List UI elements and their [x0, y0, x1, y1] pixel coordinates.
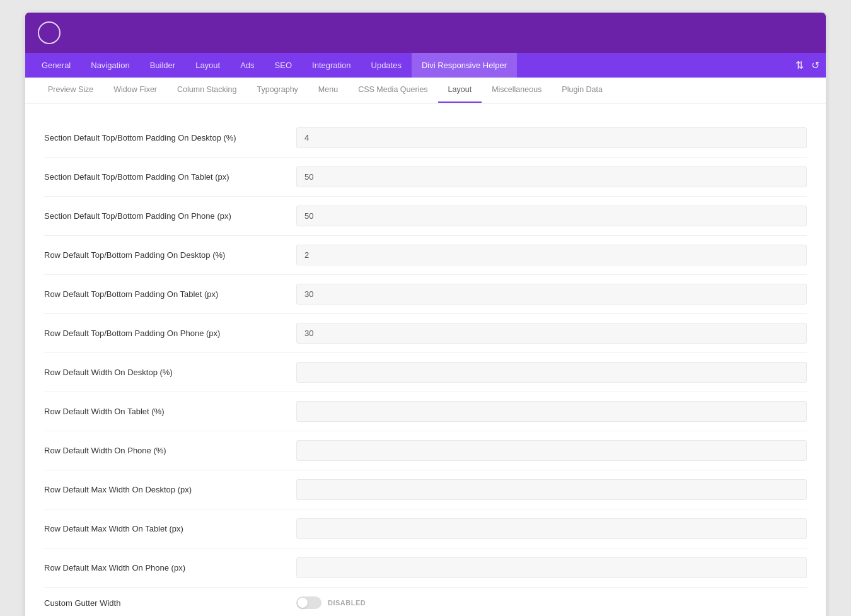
setting-input[interactable] — [296, 166, 807, 187]
settings-row: Row Default Max Width On Tablet (px) — [44, 509, 807, 549]
setting-label: Row Default Max Width On Desktop (px) — [44, 485, 296, 494]
setting-label: Custom Gutter Width — [44, 598, 296, 608]
setting-label: Row Default Width On Phone (%) — [44, 446, 296, 455]
settings-row: Row Default Width On Desktop (%) — [44, 353, 807, 392]
setting-input-wrap — [296, 479, 807, 500]
primary-nav-item-divi-responsive-helper[interactable]: Divi Responsive Helper — [412, 53, 517, 78]
setting-input[interactable] — [296, 440, 807, 461]
toggle-disabled-label: DISABLED — [328, 599, 366, 607]
settings-row: Row Default Top/Bottom Padding On Deskto… — [44, 236, 807, 275]
setting-input[interactable] — [296, 323, 807, 344]
sort-button[interactable]: ⇅ — [796, 59, 804, 71]
sub-tab-column-stacking[interactable]: Column Stacking — [167, 78, 247, 103]
setting-input-wrap: DISABLED — [296, 596, 807, 609]
app-container: GeneralNavigationBuilderLayoutAdsSEOInte… — [25, 13, 826, 616]
setting-input[interactable] — [296, 479, 807, 500]
settings-row: Row Default Max Width On Phone (px) — [44, 549, 807, 588]
setting-label: Row Default Width On Desktop (%) — [44, 368, 296, 377]
primary-nav-item-updates[interactable]: Updates — [361, 53, 412, 78]
setting-input[interactable] — [296, 557, 807, 578]
setting-input-wrap — [296, 206, 807, 226]
setting-input-wrap — [296, 557, 807, 578]
app-header — [25, 13, 826, 53]
sub-tab-plugin-data[interactable]: Plugin Data — [552, 78, 613, 103]
setting-label: Section Default Top/Bottom Padding On Ph… — [44, 211, 296, 221]
setting-input[interactable] — [296, 206, 807, 226]
secondary-nav: Preview SizeWidow FixerColumn StackingTy… — [25, 78, 826, 103]
setting-input-wrap — [296, 362, 807, 383]
setting-label: Row Default Width On Tablet (%) — [44, 407, 296, 416]
sub-tab-preview-size[interactable]: Preview Size — [38, 78, 103, 103]
sub-tab-menu[interactable]: Menu — [308, 78, 348, 103]
setting-label: Row Default Top/Bottom Padding On Deskto… — [44, 250, 296, 260]
primary-nav-item-integration[interactable]: Integration — [302, 53, 361, 78]
primary-nav-item-navigation[interactable]: Navigation — [81, 53, 139, 78]
setting-input[interactable] — [296, 362, 807, 383]
primary-nav-item-layout[interactable]: Layout — [185, 53, 230, 78]
sub-tab-typography[interactable]: Typography — [247, 78, 308, 103]
settings-row: Row Default Width On Phone (%) — [44, 431, 807, 470]
app-logo — [38, 21, 61, 44]
setting-input-wrap — [296, 323, 807, 344]
setting-label: Section Default Top/Bottom Padding On Ta… — [44, 172, 296, 182]
settings-row: Row Default Top/Bottom Padding On Tablet… — [44, 275, 807, 314]
settings-row: Row Default Top/Bottom Padding On Phone … — [44, 314, 807, 353]
setting-input[interactable] — [296, 284, 807, 305]
setting-label: Row Default Max Width On Phone (px) — [44, 563, 296, 572]
setting-input[interactable] — [296, 127, 807, 148]
setting-input[interactable] — [296, 518, 807, 539]
primary-nav-items: GeneralNavigationBuilderLayoutAdsSEOInte… — [32, 53, 796, 78]
setting-input[interactable] — [296, 245, 807, 265]
setting-input-wrap — [296, 127, 807, 148]
setting-input-wrap — [296, 284, 807, 305]
primary-nav-item-builder[interactable]: Builder — [140, 53, 185, 78]
nav-actions: ⇅ ↺ — [796, 59, 819, 71]
setting-input-wrap — [296, 440, 807, 461]
setting-input-wrap — [296, 166, 807, 187]
sub-tab-layout[interactable]: Layout — [438, 78, 482, 103]
primary-nav: GeneralNavigationBuilderLayoutAdsSEOInte… — [25, 53, 826, 78]
content-area: Section Default Top/Bottom Padding On De… — [25, 103, 826, 616]
undo-button[interactable]: ↺ — [811, 59, 819, 71]
setting-label: Row Default Top/Bottom Padding On Phone … — [44, 328, 296, 338]
settings-row: Row Default Width On Tablet (%) — [44, 392, 807, 431]
settings-row: Section Default Top/Bottom Padding On Ta… — [44, 158, 807, 197]
setting-input-wrap — [296, 518, 807, 539]
sub-tab-widow-fixer[interactable]: Widow Fixer — [103, 78, 167, 103]
sub-tab-css-media-queries[interactable]: CSS Media Queries — [348, 78, 437, 103]
setting-label: Row Default Top/Bottom Padding On Tablet… — [44, 289, 296, 299]
primary-nav-item-ads[interactable]: Ads — [230, 53, 264, 78]
setting-label: Section Default Top/Bottom Padding On De… — [44, 133, 296, 142]
setting-input-wrap — [296, 245, 807, 265]
settings-row: Custom Gutter WidthDISABLED — [44, 588, 807, 616]
settings-row: Row Default Max Width On Desktop (px) — [44, 470, 807, 509]
primary-nav-item-general[interactable]: General — [32, 53, 81, 78]
setting-label: Row Default Max Width On Tablet (px) — [44, 524, 296, 533]
primary-nav-item-seo[interactable]: SEO — [265, 53, 302, 78]
settings-row: Section Default Top/Bottom Padding On Ph… — [44, 197, 807, 236]
sub-tab-miscellaneous[interactable]: Miscellaneous — [482, 78, 552, 103]
settings-row: Section Default Top/Bottom Padding On De… — [44, 119, 807, 158]
setting-input-wrap — [296, 401, 807, 422]
setting-input[interactable] — [296, 401, 807, 422]
toggle-slider[interactable] — [296, 596, 321, 609]
